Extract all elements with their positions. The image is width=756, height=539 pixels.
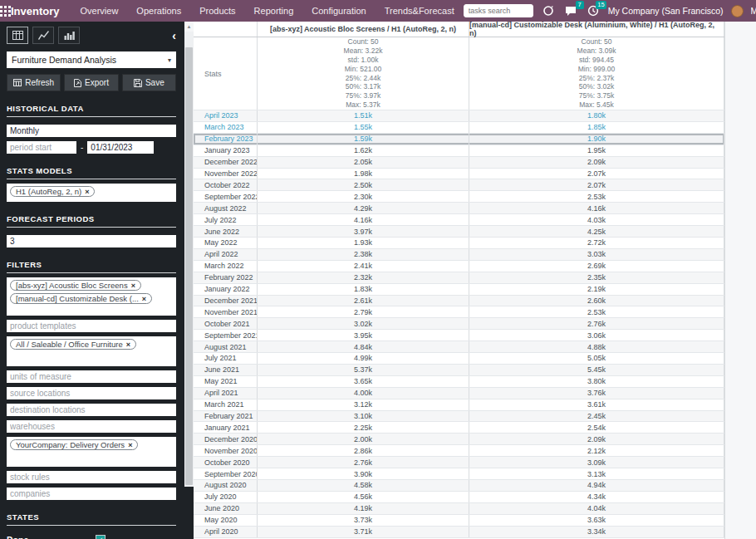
filters-heading: FILTERS <box>7 260 176 273</box>
row-value-col2: 2.09k <box>469 157 724 168</box>
messages-icon[interactable]: 7 <box>563 3 578 18</box>
period-end-input[interactable] <box>87 141 154 154</box>
stats-models-heading: STATS MODELS <box>7 166 176 179</box>
companies-input[interactable] <box>7 488 176 500</box>
units-of-measure-input[interactable] <box>7 370 176 383</box>
refresh-button[interactable]: Refresh <box>7 74 61 91</box>
table-row[interactable]: June 20204.19k4.04k <box>194 503 724 515</box>
row-month-label: May 2022 <box>194 238 258 248</box>
table-row[interactable]: May 20203.73k3.63k <box>194 515 724 527</box>
operation-types-tagbox[interactable]: YourCompany: Delivery Orders× <box>7 437 176 467</box>
table-row[interactable]: April 20231.51k1.80k <box>194 110 724 122</box>
warehouses-input[interactable] <box>7 420 176 433</box>
filter-tag-label: [abs-xyz] Acoustic Bloc Screens <box>16 281 128 290</box>
refresh-icon[interactable] <box>541 3 556 18</box>
table-row[interactable]: September 20222.30k2.53k <box>194 191 724 203</box>
source-locations-input[interactable] <box>7 387 176 399</box>
table-row[interactable]: July 20214.99k5.05k <box>194 353 724 365</box>
frequency-input[interactable] <box>7 125 176 137</box>
table-row[interactable]: November 20202.86k2.12k <box>194 445 724 457</box>
table-row[interactable]: July 20204.56k4.34k <box>194 492 724 503</box>
line-chart-view-button[interactable] <box>32 27 54 44</box>
save-button[interactable]: Save <box>122 74 176 91</box>
scrollbar-thumb[interactable] <box>185 47 193 485</box>
table-row[interactable]: April 20222.38k3.03k <box>194 249 724 261</box>
tasks-search-input[interactable] <box>464 4 533 17</box>
remove-tag-icon[interactable]: × <box>131 282 135 290</box>
table-row[interactable]: September 20203.90k3.13k <box>194 468 724 480</box>
remove-tag-icon[interactable]: × <box>85 188 89 196</box>
app-title[interactable]: Inventory <box>11 5 60 17</box>
remove-tag-icon[interactable]: × <box>126 341 130 349</box>
state-checkbox-done[interactable]: ✓ <box>96 535 106 539</box>
nav-item-operations[interactable]: Operations <box>127 0 190 22</box>
stats-models-tagbox[interactable]: H1 (AutoReg, 2, n)× <box>7 184 176 202</box>
table-row[interactable]: February 20213.10k2.45k <box>194 411 724 423</box>
row-value-col2: 2.45k <box>469 411 724 422</box>
activities-icon[interactable]: 15 <box>586 3 601 18</box>
table-row[interactable]: October 20202.76k3.09k <box>194 457 724 468</box>
scroll-up-arrow-icon[interactable]: ▲ <box>184 22 194 32</box>
view-toggle-group: ‹ <box>7 27 176 44</box>
table-row[interactable]: August 20204.58k4.94k <box>194 480 724 492</box>
scrollbar-track[interactable]: ▲ <box>184 22 194 487</box>
table-row[interactable]: November 20221.98k2.07k <box>194 169 724 180</box>
nav-item-trends-forecast[interactable]: Trends&Forecast <box>376 0 464 22</box>
bar-chart-view-button[interactable] <box>58 27 80 44</box>
export-button[interactable]: Export <box>64 74 118 91</box>
messages-badge: 7 <box>576 1 584 9</box>
stats-line: 25%: 2.37k <box>579 74 615 83</box>
nav-item-configuration[interactable]: Configuration <box>302 0 375 22</box>
table-row[interactable]: January 20212.25k2.54k <box>194 422 724 434</box>
company-switcher[interactable]: My Company (San Francisco) <box>608 6 724 16</box>
destination-locations-input[interactable] <box>7 404 176 416</box>
table-row[interactable]: February 20222.32k2.35k <box>194 272 724 284</box>
table-row[interactable]: December 20212.61k2.60k <box>194 296 724 307</box>
apps-menu-icon[interactable] <box>0 0 11 22</box>
nav-item-reporting[interactable]: Reporting <box>245 0 303 22</box>
nav-item-products[interactable]: Products <box>190 0 244 22</box>
table-row[interactable]: October 20213.02k2.76k <box>194 318 724 330</box>
table-row[interactable]: April 20203.71k3.34k <box>194 527 724 538</box>
products-tagbox[interactable]: [abs-xyz] Acoustic Bloc Screens×[manual-… <box>7 277 176 316</box>
table-row[interactable]: December 20222.05k2.09k <box>194 157 724 169</box>
table-row[interactable]: November 20212.79k2.53k <box>194 306 724 318</box>
table-header-col1[interactable]: [abs-xyz] Acoustic Bloc Screens / H1 (Au… <box>258 22 469 37</box>
table-row[interactable]: March 20222.41k2.69k <box>194 261 724 272</box>
forecast-periods-input[interactable] <box>7 235 176 247</box>
stats-line: std: 1.00k <box>348 56 379 65</box>
table-row[interactable]: October 20222.50k2.07k <box>194 179 724 191</box>
user-menu[interactable]: Mitchell Ad <box>751 6 756 16</box>
row-value-col2: 1.80k <box>469 110 724 121</box>
table-row[interactable]: May 20213.65k3.80k <box>194 376 724 388</box>
table-row[interactable]: March 20231.55k1.85k <box>194 122 724 134</box>
stock-rules-input[interactable] <box>7 471 176 483</box>
product-categories-tagbox[interactable]: All / Saleable / Office Furniture× <box>7 336 176 366</box>
analysis-select[interactable]: Furniture Demand Analysis ▾ <box>7 51 176 68</box>
table-row[interactable]: May 20221.93k2.72k <box>194 238 724 249</box>
table-row[interactable]: July 20224.16k4.03k <box>194 214 724 226</box>
table-row[interactable]: September 20213.95k3.06k <box>194 330 724 341</box>
row-value-col2: 2.12k <box>469 445 724 456</box>
table-row[interactable]: August 20224.29k4.16k <box>194 203 724 214</box>
table-row[interactable]: March 20213.12k3.61k <box>194 399 724 411</box>
period-start-input[interactable] <box>7 141 76 154</box>
table-row[interactable]: August 20214.84k4.88k <box>194 341 724 353</box>
remove-tag-icon[interactable]: × <box>128 441 132 449</box>
table-row[interactable]: June 20223.97k4.25k <box>194 226 724 238</box>
table-row[interactable]: January 20221.83k2.19k <box>194 284 724 296</box>
table-row[interactable]: December 20202.00k2.09k <box>194 434 724 445</box>
stats-row-label: Stats <box>194 37 258 110</box>
table-header-col2[interactable]: [manual-cd] Customizable Desk (Aluminium… <box>469 22 724 37</box>
avatar[interactable] <box>731 5 744 17</box>
table-view-button[interactable] <box>7 27 28 44</box>
collapse-sidebar-icon[interactable]: ‹ <box>172 30 176 42</box>
table-row[interactable]: January 20231.62k1.95k <box>194 145 724 157</box>
table-row[interactable]: June 20215.37k5.45k <box>194 365 724 376</box>
remove-tag-icon[interactable]: × <box>142 295 146 303</box>
table-row[interactable]: February 20231.59k1.90k <box>194 134 724 145</box>
nav-item-overview[interactable]: Overview <box>71 0 128 22</box>
row-value-col2: 2.69k <box>469 261 724 272</box>
table-row[interactable]: April 20214.00k3.76k <box>194 388 724 399</box>
product-templates-input[interactable] <box>7 320 176 332</box>
